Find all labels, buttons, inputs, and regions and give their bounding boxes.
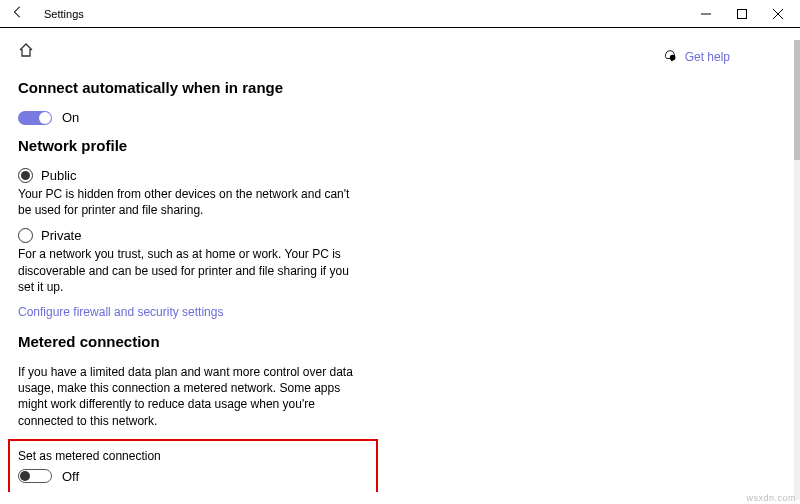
- radio-private-indicator: [18, 228, 33, 243]
- connect-auto-toggle[interactable]: [18, 111, 52, 125]
- metered-sub-heading: Set as metered connection: [18, 449, 368, 463]
- home-icon[interactable]: [18, 42, 34, 61]
- close-button[interactable]: [760, 0, 796, 28]
- minimize-button[interactable]: [688, 0, 724, 28]
- metered-toggle[interactable]: [18, 469, 52, 483]
- connect-auto-toggle-label: On: [62, 110, 79, 125]
- vertical-scrollbar[interactable]: [794, 40, 800, 500]
- data-limit-desc: If you set a data limit, Windows will se…: [18, 490, 363, 492]
- radio-private-label: Private: [41, 228, 81, 243]
- metered-intro: If you have a limited data plan and want…: [18, 364, 363, 429]
- firewall-settings-link[interactable]: Configure firewall and security settings: [18, 305, 223, 319]
- radio-public-label: Public: [41, 168, 76, 183]
- radio-public-indicator: [18, 168, 33, 183]
- connect-auto-heading: Connect automatically when in range: [18, 79, 782, 96]
- metered-toggle-label: Off: [62, 469, 79, 484]
- titlebar: Settings: [0, 0, 800, 28]
- content-area: Connect automatically when in range On N…: [0, 28, 800, 492]
- back-button[interactable]: [4, 5, 32, 22]
- metered-highlight: Set as metered connection Off If you set…: [8, 439, 378, 492]
- private-desc: For a network you trust, such as at home…: [18, 246, 363, 295]
- public-desc: Your PC is hidden from other devices on …: [18, 186, 363, 218]
- window-title: Settings: [44, 8, 84, 20]
- scrollbar-thumb[interactable]: [794, 40, 800, 160]
- maximize-button[interactable]: [724, 0, 760, 28]
- svg-rect-1: [738, 9, 747, 18]
- metered-heading: Metered connection: [18, 333, 782, 350]
- radio-public[interactable]: Public: [18, 168, 782, 183]
- watermark: wsxdn.com: [746, 493, 796, 503]
- network-profile-heading: Network profile: [18, 137, 782, 154]
- radio-private[interactable]: Private: [18, 228, 782, 243]
